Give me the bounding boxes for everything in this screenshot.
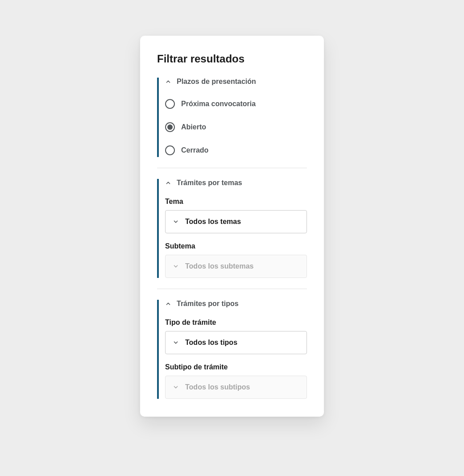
radio-label: Abierto [181, 123, 206, 131]
dropdown-subtipo: Todos los subtipos [165, 376, 307, 399]
chevron-up-icon [165, 180, 171, 186]
field-label: Tema [165, 198, 307, 206]
radio-option-proxima[interactable]: Próxima convocatoria [165, 99, 307, 109]
chevron-down-icon [173, 339, 179, 346]
chevron-down-icon [173, 263, 179, 269]
section-header-temas[interactable]: Trámites por temas [165, 179, 307, 187]
dropdown-value: Todos los subtemas [185, 262, 254, 270]
field-subtema: Subtema Todos los subtemas [165, 242, 307, 278]
field-label: Subtema [165, 242, 307, 250]
section-plazos: Plazos de presentación Próxima convocato… [157, 78, 307, 157]
dropdown-tema[interactable]: Todos los temas [165, 210, 307, 233]
section-temas: Trámites por temas Tema Todos los temas … [157, 179, 307, 278]
section-header-tipos[interactable]: Trámites por tipos [165, 300, 307, 308]
section-tipos: Trámites por tipos Tipo de trámite Todos… [157, 300, 307, 399]
section-header-label: Plazos de presentación [177, 78, 256, 86]
chevron-down-icon [173, 219, 179, 225]
field-label: Tipo de trámite [165, 319, 307, 327]
radio-label: Cerrado [181, 146, 208, 154]
field-subtipo: Subtipo de trámite Todos los subtipos [165, 363, 307, 399]
field-tema: Tema Todos los temas [165, 198, 307, 233]
radio-option-cerrado[interactable]: Cerrado [165, 145, 307, 155]
dropdown-value: Todos los subtipos [185, 383, 250, 391]
chevron-up-icon [165, 301, 171, 307]
radio-icon [165, 145, 175, 155]
radio-list-plazos: Próxima convocatoria Abierto Cerrado [165, 99, 307, 157]
section-header-label: Trámites por tipos [177, 300, 239, 308]
dropdown-value: Todos los temas [185, 218, 241, 226]
radio-option-abierto[interactable]: Abierto [165, 122, 307, 132]
radio-icon [165, 99, 175, 109]
chevron-down-icon [173, 384, 179, 390]
field-tipo: Tipo de trámite Todos los tipos [165, 319, 307, 354]
dropdown-subtema: Todos los subtemas [165, 255, 307, 278]
filter-panel: Filtrar resultados Plazos de presentació… [140, 36, 324, 417]
section-header-plazos[interactable]: Plazos de presentación [165, 78, 307, 86]
dropdown-value: Todos los tipos [185, 339, 237, 347]
chevron-up-icon [165, 79, 171, 85]
section-header-label: Trámites por temas [177, 179, 242, 187]
divider [157, 289, 307, 289]
radio-label: Próxima convocatoria [181, 100, 256, 108]
radio-icon [165, 122, 175, 132]
divider [157, 168, 307, 168]
field-label: Subtipo de trámite [165, 363, 307, 371]
panel-title: Filtrar resultados [157, 53, 307, 65]
dropdown-tipo[interactable]: Todos los tipos [165, 331, 307, 354]
